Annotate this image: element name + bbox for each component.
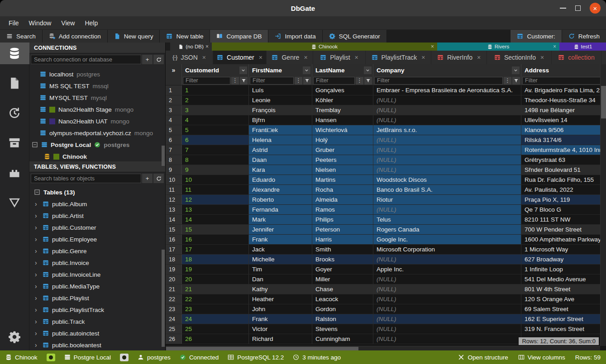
cell-customerid[interactable]: 1: [182, 85, 249, 95]
filter-menu-icon[interactable]: ⋮: [356, 77, 363, 85]
menu-item-window[interactable]: Window: [24, 18, 57, 28]
table-row[interactable]: 1919TimGoyerApple Inc.1 Infinite Loop: [166, 265, 606, 274]
table-row[interactable]: 2121KathyChase(NULL)801 W 4th Street: [166, 284, 606, 294]
cell-lastname[interactable]: Stevens: [312, 324, 373, 334]
cell-company[interactable]: Rogers Canada: [373, 225, 521, 234]
table-row[interactable]: 1212RobertoAlmeidaRioturPraça Pio X, 119: [166, 195, 606, 205]
table-row[interactable]: 2222HeatherLeacock(NULL)120 S Orange Ave: [166, 294, 606, 304]
minimize-icon[interactable]: [560, 8, 566, 9]
rail-item-archive[interactable]: [0, 132, 29, 154]
tab-sectioninfo[interactable]: SectionInfo×: [487, 51, 552, 64]
table-row[interactable]: 22LeonieKöhler(NULL)Theodor-Heuss-Straße…: [166, 95, 606, 105]
table-item-public-invoiceline[interactable]: ›public.InvoiceLine: [29, 269, 165, 280]
filter-funnel-icon[interactable]: [512, 77, 520, 85]
cell-firstname[interactable]: Frank: [249, 235, 312, 244]
cell-lastname[interactable]: Peterson: [312, 225, 373, 234]
cell-firstname[interactable]: Dan: [249, 274, 312, 284]
filter-menu-icon[interactable]: ⋮: [231, 77, 239, 85]
table-item-public-booleantest[interactable]: ›public.booleantest: [29, 339, 165, 350]
cell-address[interactable]: 162 E Superior Street: [521, 314, 606, 324]
database-group-test1[interactable]: test1: [559, 43, 606, 51]
table-item-public-employee[interactable]: ›public.Employee: [29, 233, 165, 245]
cell-customerid[interactable]: 14: [182, 215, 249, 224]
cell-company[interactable]: (NULL): [373, 334, 521, 344]
tab-genre[interactable]: Genre×: [267, 51, 313, 64]
cell-firstname[interactable]: Tim: [249, 265, 312, 274]
close-icon[interactable]: ×: [421, 54, 425, 61]
cell-address[interactable]: Av. Paulista, 2022: [521, 185, 606, 194]
cell-lastname[interactable]: Köhler: [312, 95, 373, 105]
cell-address[interactable]: 8210 111 ST NW: [521, 215, 606, 224]
table-item-public-track[interactable]: ›public.Track: [29, 316, 165, 327]
tab-playlist[interactable]: Playlist×: [313, 51, 366, 64]
cell-customerid[interactable]: 6: [182, 135, 249, 145]
table-item-public-album[interactable]: ›public.Album: [29, 198, 165, 210]
cell-company[interactable]: (NULL): [373, 115, 521, 125]
cell-firstname[interactable]: Heather: [249, 294, 312, 304]
cell-address[interactable]: 1 Microsoft Way: [521, 245, 606, 254]
maximize-icon[interactable]: [575, 5, 581, 11]
filter-input-company[interactable]: [374, 77, 503, 85]
cell-lastname[interactable]: Nielsen: [312, 165, 373, 175]
connection-item-postgre-local[interactable]: Postgre Localpostgres: [29, 139, 165, 151]
column-header-address[interactable]: Address: [521, 64, 606, 76]
cell-address[interactable]: Qe 7 Bloco G: [521, 205, 606, 214]
cell-lastname[interactable]: Wichterlová: [312, 125, 373, 135]
connection-item-nano2health-uat[interactable]: Nano2Health UATmongo: [29, 115, 165, 127]
cell-customerid[interactable]: 16: [182, 235, 249, 244]
cell-address[interactable]: 1 Infinite Loop: [521, 265, 606, 274]
close-icon[interactable]: ×: [590, 3, 601, 14]
table-row[interactable]: 1010EduardoMartinsWoodstock DiscosRua Dr…: [166, 175, 606, 185]
cell-address[interactable]: Rua Dr. Falcão Filho, 155: [521, 175, 606, 184]
cell-customerid[interactable]: 17: [182, 245, 249, 254]
cell-company[interactable]: Apple Inc.: [373, 265, 521, 274]
connection-item-chinook[interactable]: Chinook: [29, 151, 165, 161]
add-connection-small-button[interactable]: +: [142, 55, 153, 64]
connection-item-localhost[interactable]: localhostpostgres: [29, 68, 165, 80]
table-item-public-artist[interactable]: ›public.Artist: [29, 210, 165, 222]
close-icon[interactable]: ×: [304, 54, 307, 61]
cell-address[interactable]: 69 Salem Street: [521, 304, 606, 314]
cell-lastname[interactable]: Cunningham: [312, 334, 373, 344]
cell-firstname[interactable]: Frank: [249, 314, 312, 324]
cell-firstname[interactable]: Alexandre: [249, 185, 312, 194]
close-icon[interactable]: ×: [477, 54, 481, 61]
menu-item-help[interactable]: Help: [80, 18, 103, 28]
table-item-public-playlisttrack[interactable]: ›public.PlaylistTrack: [29, 304, 165, 316]
chevron-down-icon[interactable]: [512, 66, 520, 74]
table-row[interactable]: 2323JohnGordon(NULL)69 Salem Street: [166, 304, 606, 314]
cell-firstname[interactable]: Daan: [249, 155, 312, 165]
cell-customerid[interactable]: 23: [182, 304, 249, 314]
grid-vertical-scrollbar-thumb[interactable]: [601, 86, 606, 118]
table-item-public-invoice[interactable]: ›public.Invoice: [29, 257, 165, 269]
tables-scrollbar[interactable]: [162, 250, 165, 347]
cell-address[interactable]: 1600 Amphitheatre Parkway: [521, 235, 606, 244]
menu-item-file[interactable]: File: [4, 18, 24, 28]
table-item-public-autoinctest[interactable]: ›public.autoinctest: [29, 327, 165, 339]
cell-address[interactable]: 1498 rue Bélanger: [521, 105, 606, 115]
cell-company[interactable]: (NULL): [373, 304, 521, 314]
chevron-down-icon[interactable]: [364, 66, 372, 74]
cell-customerid[interactable]: 10: [182, 175, 249, 184]
table-row[interactable]: 1717JackSmithMicrosoft Corporation1 Micr…: [166, 245, 606, 255]
cell-address[interactable]: Grétrystraat 63: [521, 155, 606, 165]
cell-lastname[interactable]: Ramos: [312, 205, 373, 214]
grid-horizontal-scrollbar-thumb[interactable]: [166, 347, 358, 350]
cell-lastname[interactable]: Gruber: [312, 145, 373, 155]
connection-item-olympus-medportal-vychozi-cz[interactable]: olympus-medportal.vychozi.czmongo: [29, 127, 165, 139]
column-header-customerid[interactable]: CustomerId: [182, 64, 249, 76]
cell-address[interactable]: Av. Brigadeiro Faria Lima, 2170: [521, 85, 606, 95]
cell-firstname[interactable]: Kara: [249, 165, 312, 175]
cell-company[interactable]: Telus: [373, 215, 521, 224]
column-header-firstname[interactable]: FirstName: [249, 64, 312, 76]
table-row[interactable]: 88DaanPeeters(NULL)Grétrystraat 63: [166, 155, 606, 165]
cell-customerid[interactable]: 13: [182, 205, 249, 214]
cell-address[interactable]: Sřnder Boulevard 51: [521, 165, 606, 175]
toolbar-button-new-table[interactable]: New table: [160, 30, 210, 43]
chevron-down-icon[interactable]: [239, 66, 247, 74]
cell-company[interactable]: Microsoft Corporation: [373, 245, 521, 254]
table-row[interactable]: 2020DanMiller(NULL)541 Del Medio Avenue: [166, 274, 606, 284]
filter-input-firstname[interactable]: [250, 77, 294, 85]
cell-lastname[interactable]: Leacock: [312, 294, 373, 304]
tab-collection[interactable]: collection: [552, 51, 601, 64]
